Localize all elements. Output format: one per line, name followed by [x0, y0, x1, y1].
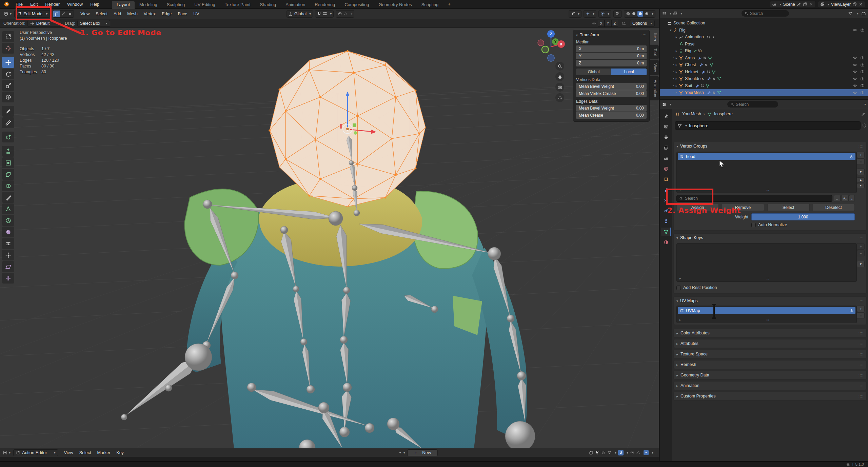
tool-measure[interactable]: [2, 117, 14, 128]
remove-shape-key-button[interactable]: −: [857, 250, 865, 256]
tool-transform[interactable]: [2, 92, 14, 102]
hide-viewport-icon[interactable]: [853, 63, 857, 67]
tool-smooth[interactable]: [2, 227, 14, 237]
falloff-icon[interactable]: [636, 450, 640, 455]
remove-vertex-group-button[interactable]: −: [857, 158, 865, 165]
tool-shear[interactable]: [2, 261, 14, 272]
hide-viewport-icon[interactable]: [853, 77, 857, 81]
vertex-data-field[interactable]: Mean Vertex Crease0.00: [576, 90, 647, 97]
correct-face-attributes-icon[interactable]: [622, 21, 626, 26]
falloff-icon[interactable]: [343, 12, 348, 16]
outliner-display-mode-icon[interactable]: [673, 11, 677, 16]
properties-search[interactable]: Search: [727, 101, 778, 108]
mirror-x-button[interactable]: X: [598, 20, 605, 27]
properties-tab-view-layer[interactable]: [661, 143, 671, 152]
properties-tab-world[interactable]: [661, 164, 671, 173]
disable-render-icon[interactable]: [860, 63, 865, 67]
viewport-menu-vertex[interactable]: Vertex: [141, 12, 159, 16]
outliner-item-yourmesh[interactable]: ▸ YourMesh: [660, 89, 868, 96]
sort-reverse-button[interactable]: ↓: [849, 195, 855, 202]
disable-render-icon[interactable]: [860, 91, 865, 95]
edge-select-mode-button[interactable]: [60, 11, 67, 17]
blender-logo-icon[interactable]: [3, 1, 9, 7]
new-collection-icon[interactable]: [861, 11, 866, 16]
panel-color-attributes[interactable]: ▸Color Attributes::::: [673, 329, 867, 337]
show-overlays[interactable]: ▾: [598, 10, 611, 18]
mesh-data-icon[interactable]: [712, 70, 716, 74]
only-errors-icon[interactable]: [607, 450, 612, 455]
properties-tab-object-data[interactable]: [661, 228, 671, 236]
outliner-editor-icon[interactable]: [662, 11, 667, 16]
proportional-icon[interactable]: [630, 450, 634, 455]
properties-tab-render[interactable]: [661, 122, 671, 131]
uv-maps-title[interactable]: UV Maps: [680, 298, 697, 303]
outliner-item-rig[interactable]: ▾ Rig: [660, 27, 868, 34]
sidebar-tab-animation[interactable]: Animation: [650, 76, 659, 100]
snap-magnet-icon[interactable]: [317, 12, 321, 16]
shape-key-specials-button[interactable]: ▾: [857, 261, 865, 267]
shading-material-preview[interactable]: [637, 11, 643, 17]
only-selected-icon[interactable]: [595, 450, 599, 455]
properties-editor-icon[interactable]: [662, 102, 667, 107]
vertex-select-mode-button[interactable]: [53, 11, 60, 17]
tool-bevel[interactable]: [2, 169, 14, 180]
viewport-menu-face[interactable]: Face: [175, 12, 190, 16]
remove-uv-map-button[interactable]: −: [857, 312, 865, 319]
navigation-gizmo[interactable]: Z Y X: [533, 29, 570, 66]
editor-type-icon[interactable]: [3, 11, 8, 16]
workspace-tab-uv-editing[interactable]: UV Editing: [190, 1, 220, 9]
vertex-group-specials-button[interactable]: ▾: [857, 169, 865, 175]
workspace-tab-animation[interactable]: Animation: [281, 1, 310, 9]
add-rest-position-checkbox[interactable]: [676, 286, 681, 290]
sidebar-tab-tool[interactable]: Tool: [650, 45, 659, 59]
disable-render-icon[interactable]: [860, 28, 865, 32]
shading-wireframe[interactable]: [626, 12, 630, 16]
tool-extrude-region[interactable]: [2, 146, 14, 157]
modifier-wrench-icon[interactable]: [697, 56, 702, 60]
outliner-item-animation[interactable]: ▸ Animation: [660, 34, 868, 41]
properties-tab-tool[interactable]: [661, 112, 671, 120]
hide-viewport-icon[interactable]: [853, 28, 857, 32]
dope-menu-select[interactable]: Select: [76, 450, 94, 455]
tool-inset-faces[interactable]: [2, 157, 14, 168]
mesh-data-icon[interactable]: [709, 63, 713, 67]
viewport-menu-mesh[interactable]: Mesh: [124, 12, 141, 16]
hide-viewport-icon[interactable]: [853, 70, 857, 74]
hide-viewport-icon[interactable]: [853, 56, 857, 60]
outliner-item-pose[interactable]: Pose: [660, 41, 868, 48]
move-group-down-button[interactable]: ▼: [857, 183, 865, 188]
dope-sheet-editor-icon[interactable]: [3, 450, 7, 455]
unlink-scene-icon[interactable]: [809, 2, 813, 6]
menu-help[interactable]: Help: [86, 2, 103, 7]
panel-attributes[interactable]: ▸Attributes::::: [673, 339, 867, 348]
scene-selector[interactable]: ▾ Scene: [770, 1, 815, 8]
properties-tab-scene[interactable]: [661, 154, 671, 162]
keying-set-icon[interactable]: [398, 451, 402, 455]
disable-render-icon[interactable]: [860, 56, 865, 60]
outliner-search[interactable]: Search: [742, 10, 789, 17]
shape-key-list[interactable]: ▸::::: [676, 243, 857, 282]
layered-icon[interactable]: [589, 450, 593, 455]
camera-view-button[interactable]: [555, 83, 564, 92]
filter-invert-button[interactable]: ↔: [834, 195, 841, 202]
viewport-3d[interactable]: ▾ Edit Mode ▾ ViewSelectAddMeshVertexEdg…: [0, 9, 659, 448]
menu-window[interactable]: Window: [63, 2, 86, 7]
tool-add-cube[interactable]: [2, 132, 14, 142]
panel-texture-space[interactable]: ▸Texture Space::::: [673, 350, 867, 358]
selectability-visibility[interactable]: ▾: [569, 10, 581, 18]
uv-map-list[interactable]: UVMap ▸::::: [676, 306, 857, 323]
properties-tab-object[interactable]: [661, 175, 671, 183]
select-button[interactable]: Select: [767, 204, 810, 211]
mirror-z-button[interactable]: Z: [611, 20, 618, 27]
shading-rendered[interactable]: [645, 12, 649, 16]
tool-poly-build[interactable]: [2, 203, 14, 214]
workspace-tab-scripting[interactable]: Scripting: [417, 1, 443, 9]
fake-user-shield-icon[interactable]: [862, 123, 867, 128]
panel-animation[interactable]: ▸Animation::::: [673, 381, 867, 390]
modifier-wrench-icon[interactable]: [695, 84, 699, 88]
vertex-group-list[interactable]: head ▾::::: [676, 152, 857, 193]
tool-loop-cut[interactable]: [2, 180, 14, 191]
global-button[interactable]: Global: [576, 69, 611, 75]
dope-menu-marker[interactable]: Marker: [94, 450, 113, 455]
tool-rip-region[interactable]: [2, 273, 14, 284]
